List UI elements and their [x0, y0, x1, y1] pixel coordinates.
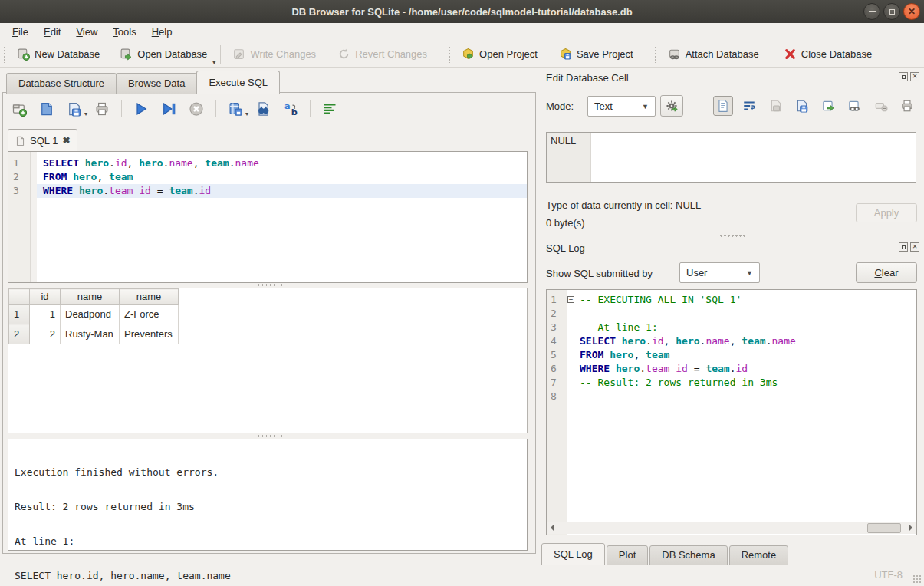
open-tab-icon[interactable]: [11, 100, 28, 117]
save-menu-arrow[interactable]: ▾: [84, 110, 87, 119]
row-header[interactable]: 2: [9, 324, 30, 344]
splitter-grip[interactable]: [719, 235, 745, 237]
splitter-grip[interactable]: [257, 284, 283, 286]
set-null-icon[interactable]: [871, 96, 891, 116]
svg-text:a: a: [284, 101, 291, 111]
tab-browse-data[interactable]: Browse Data: [116, 73, 197, 94]
cell-hero-name[interactable]: Deadpond: [61, 305, 120, 324]
dock-tab-sql-log[interactable]: SQL Log: [541, 543, 605, 565]
toolbar-grip[interactable]: [448, 46, 452, 63]
cell-editor-toolbar: [713, 96, 917, 116]
new-database-button[interactable]: New Database: [10, 44, 107, 64]
corner-header[interactable]: [9, 289, 30, 305]
minimize-icon: [869, 11, 876, 12]
column-header-name2[interactable]: name: [120, 289, 179, 305]
cell-hero-name[interactable]: Rusty-Man: [61, 324, 120, 344]
format-sql-icon[interactable]: [321, 100, 338, 117]
apply-button[interactable]: Apply: [856, 203, 917, 222]
open-database-menu-arrow[interactable]: ▾: [212, 59, 215, 67]
export-results-icon[interactable]: ▾: [227, 100, 244, 117]
find-icon[interactable]: [255, 100, 271, 117]
close-tab-icon[interactable]: ✖: [62, 135, 70, 146]
close-database-icon: [784, 48, 797, 61]
minimize-button[interactable]: [863, 3, 880, 20]
results-grid: id name name 1 1 Deadpond Z-Force 2 2 Ru…: [8, 288, 528, 433]
sql-source-value: User: [686, 267, 707, 278]
write-changes-button[interactable]: Write Changes: [225, 44, 323, 64]
row-header[interactable]: 1: [9, 305, 30, 324]
menu-edit[interactable]: Edit: [36, 25, 68, 39]
save-sql-file-icon[interactable]: ▾: [66, 100, 83, 117]
dock-tab-bar: SQL Log Plot DB Schema Remote: [541, 543, 788, 565]
text-mode-icon[interactable]: [713, 96, 733, 116]
save-cell-icon[interactable]: [792, 96, 812, 116]
tab-execute-sql[interactable]: Execute SQL: [196, 71, 280, 94]
toolbar-grip[interactable]: [654, 46, 658, 63]
tab-database-structure[interactable]: Database Structure: [6, 73, 117, 94]
execute-all-icon[interactable]: [133, 100, 150, 117]
write-changes-icon: [232, 48, 245, 61]
menu-help[interactable]: Help: [144, 25, 180, 39]
auto-switch-mode-button[interactable]: [660, 95, 683, 117]
clear-log-button[interactable]: Clear: [856, 262, 917, 283]
scrollbar-thumb[interactable]: [867, 523, 901, 533]
sql-editor[interactable]: 1 SELECT hero.id, hero.name, team.name 2…: [8, 151, 528, 283]
open-sql-file-icon[interactable]: [38, 100, 55, 117]
cell-value-editor[interactable]: NULL: [546, 132, 916, 183]
cell-id[interactable]: 1: [30, 305, 61, 324]
open-database-button[interactable]: Open Database: [113, 44, 214, 64]
link-cell-icon[interactable]: [844, 96, 864, 116]
dock-tab-remote[interactable]: Remote: [729, 545, 789, 565]
main-toolbar: New Database Open Database ▾ Write Chang…: [0, 41, 924, 68]
close-dock-icon[interactable]: ✕: [910, 72, 919, 81]
print-icon[interactable]: [94, 100, 110, 117]
maximize-button[interactable]: [883, 3, 900, 20]
attach-database-button[interactable]: Attach Database: [661, 44, 766, 64]
editor-line: 1 SELECT hero.id, hero.name, team.name: [8, 156, 527, 170]
dock-tab-db-schema[interactable]: DB Schema: [649, 545, 727, 565]
close-database-button[interactable]: Close Database: [777, 44, 880, 64]
menu-file[interactable]: File: [5, 25, 36, 39]
column-header-name[interactable]: name: [61, 289, 120, 305]
scroll-left-icon[interactable]: [551, 524, 554, 532]
cell-team-name[interactable]: Preventers: [120, 324, 179, 344]
export-menu-arrow[interactable]: ▾: [245, 110, 248, 119]
cell-team-name[interactable]: Z-Force: [120, 305, 179, 324]
import-cell-icon[interactable]: [766, 96, 786, 116]
stop-icon[interactable]: [188, 100, 205, 117]
export-cell-icon[interactable]: [818, 96, 838, 116]
cell-value: NULL: [551, 135, 576, 146]
sql-source-select[interactable]: User ▼: [679, 262, 760, 283]
replace-icon[interactable]: ab: [282, 100, 299, 117]
editor-line: 2 FROM hero, team: [8, 170, 527, 184]
toolbar-grip[interactable]: [3, 46, 7, 63]
float-dock-icon[interactable]: [899, 72, 908, 81]
dock-tab-plot[interactable]: Plot: [607, 545, 648, 565]
horizontal-scrollbar[interactable]: [547, 522, 916, 534]
revert-changes-button[interactable]: Revert Changes: [330, 44, 434, 64]
table-row: 1 1 Deadpond Z-Force: [9, 305, 179, 324]
mode-select[interactable]: Text ▼: [587, 96, 656, 117]
cell-type-info: Type of data currently in cell: NULL: [546, 199, 701, 211]
resize-grip[interactable]: [912, 574, 922, 584]
cell-id[interactable]: 2: [30, 324, 61, 344]
execute-line-icon[interactable]: [160, 100, 177, 117]
print-cell-icon[interactable]: [897, 96, 917, 116]
menu-tools[interactable]: Tools: [105, 25, 143, 39]
sql-1-tab[interactable]: SQL 1 ✖: [8, 129, 77, 151]
word-wrap-icon[interactable]: [739, 96, 759, 116]
fold-toggle-icon[interactable]: −: [567, 296, 574, 303]
float-dock-icon[interactable]: [899, 242, 908, 252]
column-header-id[interactable]: id: [30, 289, 61, 305]
new-database-icon: [17, 48, 30, 61]
menu-view[interactable]: View: [68, 25, 105, 39]
open-project-button[interactable]: Open Project: [455, 44, 544, 64]
scroll-right-icon[interactable]: [909, 524, 912, 532]
edit-cell-dock-title: Edit Database Cell: [546, 72, 629, 84]
close-icon: ✕: [908, 7, 916, 16]
close-button[interactable]: ✕: [903, 3, 920, 20]
line-number: 3: [8, 184, 30, 198]
save-project-button[interactable]: Save Project: [552, 44, 640, 64]
close-dock-icon[interactable]: ✕: [910, 242, 919, 252]
splitter-grip[interactable]: [257, 435, 283, 437]
